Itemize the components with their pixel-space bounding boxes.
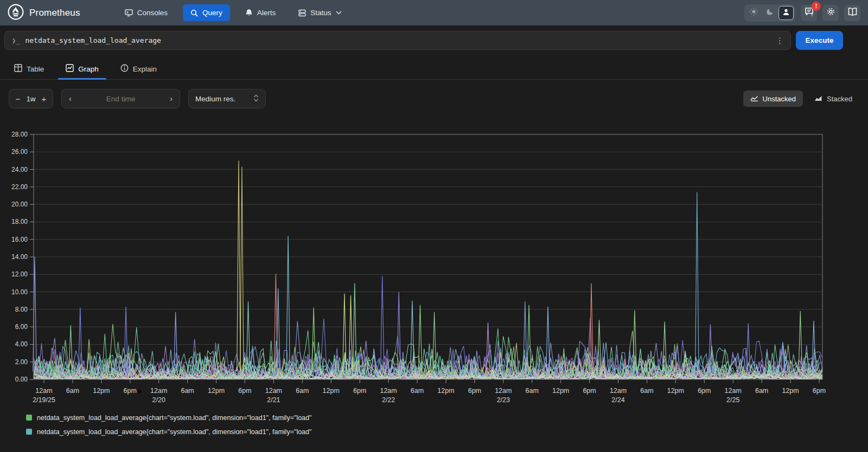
- kebab-menu-button[interactable]: ⋮: [769, 36, 790, 46]
- theme-light-button[interactable]: [746, 6, 761, 20]
- execute-button[interactable]: Execute: [796, 31, 843, 50]
- end-time-input[interactable]: ‹ End time ›: [61, 89, 180, 108]
- tab-table[interactable]: Table: [14, 59, 44, 80]
- svg-text:2/22: 2/22: [382, 396, 395, 404]
- stacking-toggle: Unstacked Stacked: [743, 91, 859, 107]
- svg-text:2/24: 2/24: [611, 396, 624, 404]
- svg-text:12am: 12am: [495, 387, 512, 395]
- sun-icon: [750, 8, 758, 18]
- svg-text:6am: 6am: [66, 387, 79, 395]
- nav-menu: Consoles Query Alerts Status: [117, 4, 349, 21]
- server-icon: [298, 9, 306, 17]
- svg-text:2/20: 2/20: [152, 396, 165, 404]
- legend-label: netdata_system_load_load_average{chart="…: [37, 414, 311, 422]
- brand[interactable]: Prometheus: [8, 4, 80, 22]
- svg-text:2/23: 2/23: [497, 396, 510, 404]
- svg-text:2.00: 2.00: [15, 358, 28, 366]
- nav-item-consoles[interactable]: Consoles: [117, 4, 175, 21]
- svg-text:4.00: 4.00: [15, 340, 28, 348]
- increase-range-button[interactable]: +: [37, 91, 50, 106]
- svg-text:8.00: 8.00: [15, 306, 28, 313]
- svg-text:6am: 6am: [640, 387, 653, 395]
- select-updown-icon: [253, 94, 259, 104]
- svg-text:12am: 12am: [725, 387, 742, 395]
- svg-text:6.00: 6.00: [15, 323, 28, 331]
- nav-item-query[interactable]: Query: [183, 4, 230, 21]
- svg-text:16.00: 16.00: [11, 236, 28, 243]
- search-icon: [190, 9, 198, 17]
- svg-text:6am: 6am: [526, 387, 539, 395]
- query-expression[interactable]: netdata_system_load_load_average: [25, 36, 769, 44]
- range-value[interactable]: 1w: [27, 95, 36, 103]
- svg-text:12.00: 12.00: [11, 270, 28, 278]
- legend-item[interactable]: netdata_system_load_load_average{chart="…: [26, 427, 311, 436]
- prometheus-logo-icon: [8, 4, 24, 22]
- query-input[interactable]: ❯_ netdata_system_load_load_average ⋮: [4, 31, 791, 50]
- gear-icon: [826, 7, 835, 18]
- nav-item-label: Status: [310, 9, 331, 17]
- svg-text:12pm: 12pm: [323, 387, 340, 395]
- docs-button[interactable]: [844, 5, 860, 21]
- legend-swatch: [26, 429, 32, 435]
- legend-item[interactable]: netdata_system_load_load_average{chart="…: [26, 413, 311, 422]
- nav-item-alerts[interactable]: Alerts: [238, 4, 284, 21]
- graph-legend: netdata_system_load_load_average{chart="…: [26, 413, 311, 436]
- resolution-value: Medium res.: [195, 95, 235, 103]
- svg-text:6am: 6am: [296, 387, 309, 395]
- chevron-right-icon[interactable]: ›: [168, 94, 174, 103]
- table-icon: [14, 64, 22, 74]
- stacked-button[interactable]: Stacked: [807, 91, 859, 107]
- chevron-left-icon[interactable]: ‹: [67, 94, 73, 103]
- decrease-range-button[interactable]: −: [11, 91, 24, 106]
- svg-text:12pm: 12pm: [782, 387, 799, 395]
- svg-text:12am: 12am: [35, 387, 52, 395]
- graph-canvas[interactable]: 0.002.004.006.008.0010.0012.0014.0016.00…: [0, 114, 868, 413]
- svg-text:6pm: 6pm: [583, 387, 596, 395]
- book-icon: [848, 8, 857, 18]
- navbar-actions: !: [744, 0, 860, 25]
- svg-text:6am: 6am: [411, 387, 424, 395]
- svg-text:12am: 12am: [610, 387, 627, 395]
- svg-text:6pm: 6pm: [698, 387, 711, 395]
- svg-text:20.00: 20.00: [11, 201, 28, 208]
- toggle-label: Unstacked: [763, 95, 796, 103]
- svg-text:24.00: 24.00: [11, 166, 28, 173]
- bell-icon: [245, 9, 253, 17]
- chevron-down-icon: [336, 11, 342, 15]
- tab-explain[interactable]: Explain: [120, 59, 157, 80]
- info-icon: [120, 64, 129, 74]
- svg-text:12pm: 12pm: [437, 387, 454, 395]
- nav-item-label: Consoles: [137, 9, 168, 17]
- tab-label: Table: [27, 65, 44, 73]
- legend-swatch: [26, 415, 32, 421]
- svg-text:2/21: 2/21: [267, 396, 280, 404]
- svg-text:2/19/25: 2/19/25: [33, 396, 55, 404]
- svg-text:12am: 12am: [380, 387, 397, 395]
- notifications-button[interactable]: !: [801, 5, 817, 21]
- notification-badge: !: [812, 2, 821, 11]
- panel-tabs: Table Graph Explain: [0, 59, 868, 80]
- tab-graph[interactable]: Graph: [66, 59, 99, 80]
- theme-auto-button[interactable]: [778, 6, 794, 20]
- svg-text:6pm: 6pm: [353, 387, 366, 395]
- prompt-icon: ❯_: [12, 37, 20, 44]
- tab-label: Graph: [78, 65, 99, 73]
- range-stepper: − 1w +: [9, 89, 53, 108]
- svg-text:26.00: 26.00: [11, 148, 28, 156]
- resolution-select[interactable]: Medium res.: [188, 89, 266, 108]
- legend-label: netdata_system_load_load_average{chart="…: [37, 428, 311, 436]
- svg-text:12pm: 12pm: [552, 387, 569, 395]
- nav-item-label: Alerts: [257, 9, 276, 17]
- unstacked-button[interactable]: Unstacked: [743, 91, 803, 107]
- svg-text:18.00: 18.00: [11, 218, 28, 225]
- theme-dark-button[interactable]: [762, 6, 777, 20]
- nav-item-status[interactable]: Status: [291, 4, 349, 21]
- nav-item-label: Query: [202, 9, 222, 17]
- settings-button[interactable]: [822, 5, 839, 21]
- svg-text:2/25: 2/25: [726, 396, 739, 404]
- brand-name: Prometheus: [29, 8, 80, 18]
- console-icon: [125, 9, 133, 17]
- moon-icon: [766, 8, 774, 18]
- svg-text:12pm: 12pm: [667, 387, 684, 395]
- svg-text:12pm: 12pm: [93, 387, 110, 395]
